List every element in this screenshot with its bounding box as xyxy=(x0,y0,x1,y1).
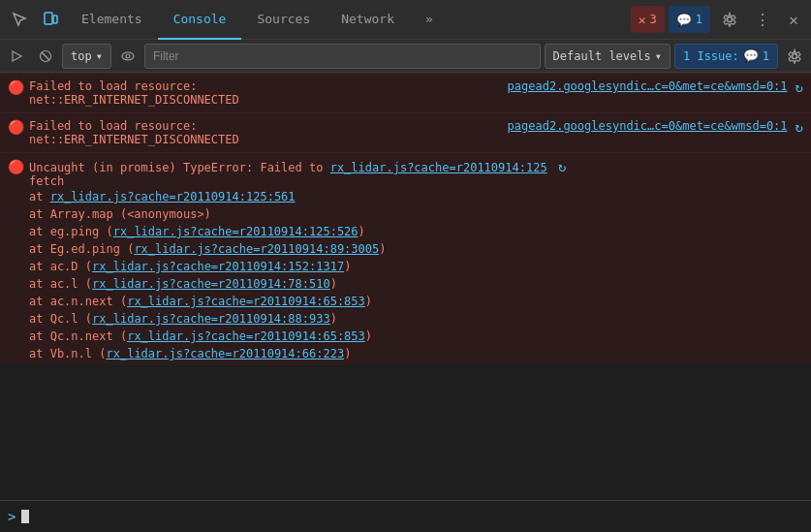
stack-link-9[interactable]: rx_lidar.js?cache=r20110914:65:853 xyxy=(127,329,365,343)
tab-elements[interactable]: Elements xyxy=(66,0,158,40)
error-line-1: Failed to load resource: net::ERR_INTERN… xyxy=(29,79,803,107)
tab-bar-right: ✕ 3 💬 1 ⋮ ✕ xyxy=(631,4,811,35)
inspect-icon[interactable] xyxy=(4,4,35,35)
refresh-icon-2[interactable]: ↻ xyxy=(795,119,803,135)
stack-line-1: at rx_lidar.js?cache=r20110914:125:561 xyxy=(29,188,803,205)
info-badge[interactable]: 💬 1 xyxy=(669,6,710,33)
stack-line-2: at Array.map (<anonymous>) xyxy=(29,205,803,223)
stack-link-1[interactable]: rx_lidar.js?cache=r20110914:125:561 xyxy=(50,190,296,203)
stack-line-4: at Eg.ed.ping (rx_lidar.js?cache=r201109… xyxy=(29,240,803,258)
chat-issues-icon: 💬 xyxy=(743,48,759,63)
stack-line-8: at Qc.l (rx_lidar.js?cache=r20110914:88:… xyxy=(29,310,803,328)
refresh-icon-3[interactable]: ↻ xyxy=(558,159,566,174)
error-message-2: Failed to load resource: net::ERR_INTERN… xyxy=(29,119,239,146)
console-output: 🔴 Failed to load resource: net::ERR_INTE… xyxy=(0,73,811,500)
settings-gear-icon[interactable] xyxy=(714,4,745,35)
cursor xyxy=(21,510,29,523)
console-prompt[interactable]: > xyxy=(0,500,811,532)
error-entry-3: 🔴 Uncaught (in promise) TypeError: Faile… xyxy=(0,152,811,364)
stack-link-4[interactable]: rx_lidar.js?cache=r20110914:89:3005 xyxy=(134,242,379,256)
refresh-icon-1[interactable]: ↻ xyxy=(795,79,803,95)
log-levels-selector[interactable]: Default levels ▾ xyxy=(545,44,671,69)
stack-link-7[interactable]: rx_lidar.js?cache=r20110914:65:853 xyxy=(127,295,365,308)
svg-marker-3 xyxy=(13,51,21,61)
console-settings-icon[interactable] xyxy=(782,44,807,69)
svg-point-7 xyxy=(126,54,130,58)
context-selector[interactable]: top ▾ xyxy=(62,44,111,69)
console-toolbar: top ▾ Default levels ▾ 1 Issue: 💬 1 xyxy=(0,40,811,73)
error-source-link-1[interactable]: pagead2.googlesyndic…c=0&met=ce&wmsd=0:1 xyxy=(508,79,788,93)
more-menu-icon[interactable]: ⋮ xyxy=(749,6,776,33)
context-arrow-icon: ▾ xyxy=(96,49,103,63)
eye-icon[interactable] xyxy=(115,44,140,69)
tab-bar-left: Elements Console Sources Network » xyxy=(0,0,452,40)
stack-line-3: at eg.ping (rx_lidar.js?cache=r20110914:… xyxy=(29,223,803,240)
tab-network[interactable]: Network xyxy=(326,0,410,40)
stack-link-8[interactable]: rx_lidar.js?cache=r20110914:88:933 xyxy=(92,312,330,326)
svg-rect-0 xyxy=(45,13,52,24)
error-circle-icon-2: 🔴 xyxy=(8,119,24,135)
svg-point-8 xyxy=(793,53,797,58)
typeerror-source-link[interactable]: rx_lidar.js?cache=r20110914:125 xyxy=(330,161,547,174)
stack-line-9: at Qc.n.next (rx_lidar.js?cache=r2011091… xyxy=(29,328,803,345)
levels-arrow-icon: ▾ xyxy=(655,49,662,63)
device-icon[interactable] xyxy=(35,4,66,35)
stack-link-5[interactable]: rx_lidar.js?cache=r20110914:152:1317 xyxy=(92,260,344,273)
filter-input[interactable] xyxy=(144,44,541,69)
error-circle-icon-3: 🔴 xyxy=(8,159,24,174)
error-line-2: Failed to load resource: net::ERR_INTERN… xyxy=(29,119,803,146)
error-x-icon: ✕ xyxy=(639,13,646,27)
stack-link-6[interactable]: rx_lidar.js?cache=r20110914:78:510 xyxy=(92,277,330,291)
error-message-1: Failed to load resource: net::ERR_INTERN… xyxy=(29,79,239,107)
stack-line-6: at ac.l (rx_lidar.js?cache=r20110914:78:… xyxy=(29,275,803,293)
error-entry-2: 🔴 Failed to load resource: net::ERR_INTE… xyxy=(0,112,811,152)
execute-icon[interactable] xyxy=(4,44,29,69)
error-badge[interactable]: ✕ 3 xyxy=(631,6,665,33)
close-devtools-icon[interactable]: ✕ xyxy=(780,6,807,33)
svg-line-5 xyxy=(42,52,49,60)
chat-icon: 💬 xyxy=(676,13,692,27)
stack-line-5: at ac.D (rx_lidar.js?cache=r20110914:152… xyxy=(29,258,803,275)
error-entry-1: 🔴 Failed to load resource: net::ERR_INTE… xyxy=(0,73,811,112)
error-circle-icon-1: 🔴 xyxy=(8,79,24,95)
stack-line-10: at Vb.n.l (rx_lidar.js?cache=r20110914:6… xyxy=(29,345,803,362)
issues-badge[interactable]: 1 Issue: 💬 1 xyxy=(674,44,778,69)
prompt-chevron-icon: > xyxy=(8,509,16,524)
stack-link-10[interactable]: rx_lidar.js?cache=r20110914:66:223 xyxy=(106,347,344,360)
stack-line-7: at ac.n.next (rx_lidar.js?cache=r2011091… xyxy=(29,293,803,310)
svg-point-6 xyxy=(122,52,134,60)
svg-point-2 xyxy=(728,17,733,22)
error-line-3: Uncaught (in promise) TypeError: Failed … xyxy=(29,159,803,188)
svg-rect-1 xyxy=(53,16,57,23)
tab-bar: Elements Console Sources Network » ✕ 3 💬… xyxy=(0,0,811,40)
clear-console-icon[interactable] xyxy=(33,44,58,69)
error-source-link-2[interactable]: pagead2.googlesyndic…c=0&met=ce&wmsd=0:1 xyxy=(508,119,788,133)
tab-more[interactable]: » xyxy=(410,0,449,40)
stack-link-3[interactable]: rx_lidar.js?cache=r20110914:125:526 xyxy=(113,225,359,238)
tab-sources[interactable]: Sources xyxy=(241,0,326,40)
tab-console[interactable]: Console xyxy=(158,0,242,40)
